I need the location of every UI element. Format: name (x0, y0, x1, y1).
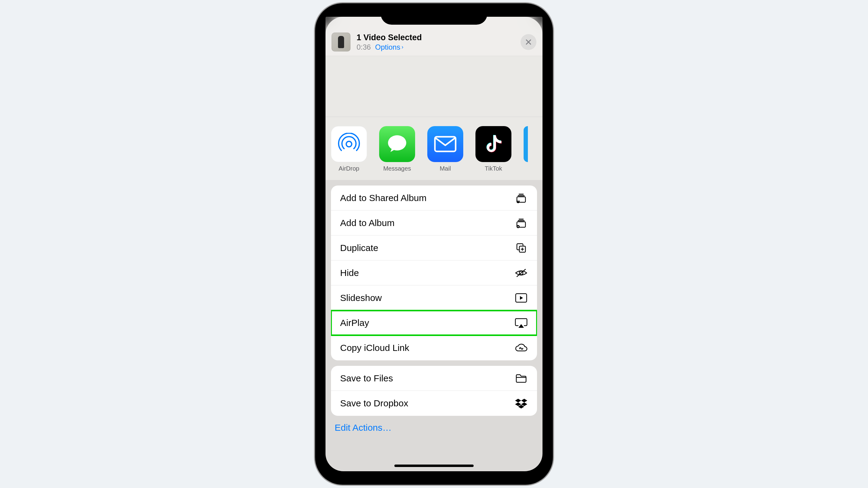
action-label: Add to Album (340, 218, 394, 228)
action-label: Slideshow (340, 293, 382, 303)
action-label: Save to Dropbox (340, 398, 408, 409)
video-duration: 0:36 (356, 43, 371, 52)
messages-icon (379, 126, 415, 162)
icloud-link-icon (515, 341, 528, 355)
action-copy-icloud-link[interactable]: Copy iCloud Link (331, 335, 537, 360)
apps-row[interactable]: AirDrop Messages (326, 117, 542, 180)
album-icon (515, 216, 528, 230)
phone-inner: 1 Video Selected 0:36 Options › (321, 9, 547, 479)
action-label: Duplicate (340, 243, 378, 253)
action-label: Save to Files (340, 373, 393, 384)
app-messages[interactable]: Messages (379, 126, 415, 172)
svg-rect-4 (518, 195, 525, 196)
action-add-to-album[interactable]: Add to Album (331, 210, 537, 235)
phone-frame: 1 Video Selected 0:36 Options › (315, 3, 553, 485)
app-more[interactable] (524, 126, 528, 172)
thumbnail-figure (338, 36, 344, 48)
svg-point-1 (388, 135, 406, 151)
options-link[interactable]: Options › (375, 43, 404, 52)
svg-rect-3 (519, 194, 524, 195)
app-label-messages: Messages (383, 165, 411, 172)
duplicate-icon (515, 241, 528, 255)
action-label: AirPlay (340, 318, 369, 328)
action-label: Hide (340, 268, 359, 278)
slideshow-icon (515, 291, 528, 304)
action-save-to-files[interactable]: Save to Files (331, 366, 537, 391)
share-sheet-screen: 1 Video Selected 0:36 Options › (326, 17, 542, 471)
action-add-to-shared-album[interactable]: Add to Shared Album (331, 186, 537, 210)
airplay-icon (515, 316, 528, 330)
selection-title: 1 Video Selected (356, 33, 515, 42)
actions-group-2: Save to Files Save to Dropbox (331, 366, 537, 416)
svg-point-7 (518, 200, 519, 201)
options-label: Options (375, 43, 401, 52)
close-icon (525, 39, 532, 45)
header-text-block: 1 Video Selected 0:36 Options › (356, 33, 515, 52)
action-duplicate[interactable]: Duplicate (331, 235, 537, 260)
app-label-tiktok: TikTok (485, 165, 502, 172)
action-save-to-dropbox[interactable]: Save to Dropbox (331, 391, 537, 416)
notch (381, 9, 487, 25)
app-label-airdrop: AirDrop (339, 165, 359, 172)
edit-actions-link[interactable]: Edit Actions… (326, 416, 542, 440)
app-mail[interactable]: Mail (427, 126, 463, 172)
tiktok-icon (475, 126, 512, 162)
video-thumbnail[interactable] (332, 33, 350, 52)
dropbox-icon (515, 397, 528, 410)
app-tiktok[interactable]: TikTok (475, 126, 512, 172)
airdrop-icon (331, 126, 367, 162)
chevron-right-icon: › (401, 44, 403, 50)
files-icon (515, 371, 528, 385)
mail-icon (427, 126, 463, 162)
next-app-icon (524, 126, 528, 162)
action-label: Copy iCloud Link (340, 343, 409, 353)
action-airplay[interactable]: AirPlay (331, 311, 537, 335)
shared-album-icon (515, 191, 528, 205)
svg-line-15 (517, 269, 525, 276)
actions-group-1: Add to Shared Album Add to Album (331, 186, 537, 360)
home-indicator[interactable] (394, 464, 474, 467)
svg-rect-8 (519, 219, 524, 220)
app-airdrop[interactable]: AirDrop (331, 126, 367, 172)
close-button[interactable] (521, 34, 536, 50)
svg-rect-9 (518, 220, 525, 221)
header-subtitle: 0:36 Options › (356, 43, 515, 52)
app-label-mail: Mail (440, 165, 451, 172)
svg-point-0 (346, 141, 352, 147)
action-slideshow[interactable]: Slideshow (331, 286, 537, 311)
hide-icon (515, 266, 528, 280)
action-label: Add to Shared Album (340, 193, 427, 203)
action-hide[interactable]: Hide (331, 260, 537, 286)
people-suggestions-row[interactable] (326, 56, 542, 117)
